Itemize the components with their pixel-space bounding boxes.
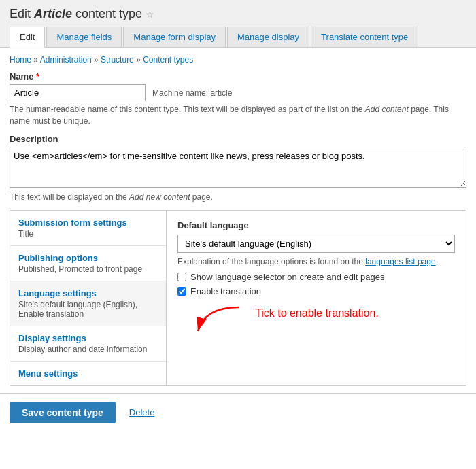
- show-language-selector-row: Show language selector on create and edi…: [177, 272, 455, 282]
- required-indicator: *: [36, 71, 39, 82]
- enable-translation-label: Enable translation: [190, 286, 261, 296]
- sidebar-item-display-settings[interactable]: Display settings Display author and date…: [10, 326, 166, 362]
- show-language-checkbox[interactable]: [177, 273, 186, 281]
- arrow-annotation-svg: [191, 300, 252, 341]
- footer-bar: Save content type Delete: [0, 393, 476, 432]
- sidebar-item-publishing-desc: Published, Promoted to front page: [18, 264, 158, 274]
- breadcrumb: Home » Administration » Structure » Cont…: [10, 55, 466, 65]
- tab-bar: Edit Manage fields Manage form display M…: [10, 27, 466, 47]
- language-section-title: Default language: [177, 220, 455, 230]
- sidebar-item-menu-settings[interactable]: Menu settings: [10, 362, 166, 385]
- page-header: Edit Article content type ☆ Edit Manage …: [0, 0, 476, 48]
- sidebar-item-submission-form[interactable]: Submission form settings Title: [10, 211, 166, 246]
- title-italic: Article: [34, 7, 72, 20]
- machine-name-label: Machine name: article: [152, 88, 232, 98]
- enable-translation-checkbox[interactable]: [177, 287, 186, 296]
- sidebar-item-language-settings[interactable]: Language settings Site's default languag…: [10, 281, 166, 326]
- page-title: Edit Article content type ☆: [10, 7, 466, 21]
- sidebar-item-display-title: Display settings: [18, 333, 158, 343]
- title-suffix: content type: [72, 7, 142, 20]
- title-prefix: Edit: [10, 7, 34, 20]
- default-language-select[interactable]: Site's default language (English) Englis…: [177, 234, 455, 253]
- sidebar-item-display-desc: Display author and date information: [18, 345, 158, 354]
- name-input[interactable]: [10, 84, 146, 101]
- sidebar-item-language-title: Language settings: [18, 288, 158, 298]
- show-language-label: Show language selector on create and edi…: [190, 272, 384, 282]
- tab-translate-content-type[interactable]: Translate content type: [311, 27, 418, 47]
- save-content-type-button[interactable]: Save content type: [10, 402, 116, 423]
- breadcrumb-structure[interactable]: Structure: [101, 55, 134, 65]
- enable-translation-row: Enable translation: [177, 286, 455, 296]
- tab-edit[interactable]: Edit: [10, 27, 45, 48]
- description-help: This text will be displayed on the Add n…: [10, 192, 466, 202]
- tab-manage-fields[interactable]: Manage fields: [46, 27, 122, 47]
- settings-panel: Submission form settings Title Publishin…: [10, 210, 466, 386]
- sidebar-item-publishing-options[interactable]: Publishing options Published, Promoted t…: [10, 246, 166, 281]
- breadcrumb-admin[interactable]: Administration: [40, 55, 92, 65]
- description-textarea[interactable]: Use <em>articles</em> for time-sensitive…: [10, 147, 466, 188]
- breadcrumb-content-types[interactable]: Content types: [143, 55, 193, 65]
- description-label: Description: [10, 134, 466, 144]
- delete-link[interactable]: Delete: [129, 407, 155, 417]
- star-icon[interactable]: ☆: [146, 9, 154, 20]
- sidebar-item-publishing-title: Publishing options: [18, 253, 158, 263]
- breadcrumb-sep3: »: [136, 55, 143, 65]
- breadcrumb-sep1: »: [33, 55, 39, 65]
- annotation-text: Tick to enable translation.: [255, 307, 379, 319]
- tab-manage-display[interactable]: Manage display: [227, 27, 309, 47]
- breadcrumb-home[interactable]: Home: [10, 55, 31, 65]
- language-help-text: Explanation of the language options is f…: [177, 257, 455, 266]
- sidebar-item-language-desc: Site's default language (English), Enabl…: [18, 300, 158, 319]
- sidebar-item-submission-form-title: Submission form settings: [18, 218, 158, 228]
- sidebar-item-submission-form-desc: Title: [18, 229, 158, 239]
- name-label: Name *: [10, 71, 466, 82]
- settings-main-panel: Default language Site's default language…: [167, 211, 466, 385]
- main-content: Home » Administration » Structure » Cont…: [0, 48, 476, 393]
- settings-sidebar: Submission form settings Title Publishin…: [10, 211, 167, 385]
- tab-manage-form-display[interactable]: Manage form display: [123, 27, 226, 47]
- breadcrumb-sep2: »: [94, 55, 101, 65]
- languages-list-link[interactable]: languages list page: [365, 257, 435, 266]
- sidebar-item-menu-title: Menu settings: [18, 368, 158, 379]
- name-help-text: The human-readable name of this content …: [10, 104, 466, 127]
